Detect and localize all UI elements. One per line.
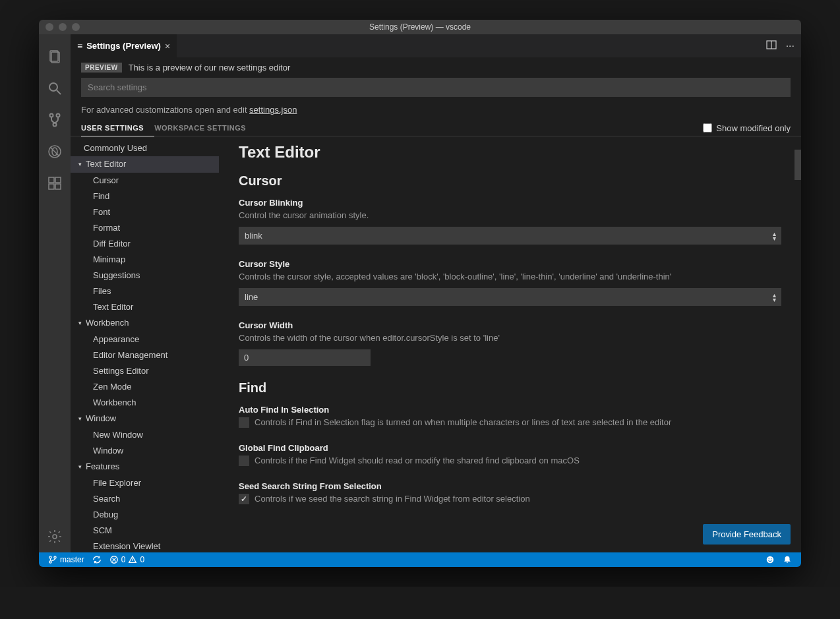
workspace: ≡ Settings (Preview) × ··· PREVIEW This … (39, 34, 801, 552)
cursor-blinking-select-wrap: blink ▴▾ (239, 227, 781, 245)
toc-diff-editor[interactable]: Diff Editor (71, 236, 219, 252)
settings-list: Text Editor Cursor Cursor Blinking Contr… (219, 136, 801, 552)
cursor-blinking-select[interactable]: blink (239, 227, 781, 245)
settings-toc: Commonly Used ▾Text Editor Cursor Find F… (71, 136, 219, 552)
close-tab-icon[interactable]: × (165, 41, 170, 51)
explorer-icon[interactable] (39, 41, 71, 73)
svg-rect-10 (49, 177, 54, 183)
setting-desc: Control the cursor animation style. (239, 210, 781, 221)
svg-point-6 (53, 123, 57, 127)
toc-minimap[interactable]: Minimap (71, 252, 219, 268)
setting-cursor-width: Cursor Width Controls the width of the c… (239, 320, 781, 366)
tab-settings[interactable]: ≡ Settings (Preview) × (71, 34, 177, 57)
status-sync[interactable] (88, 555, 105, 564)
heading-find: Find (239, 380, 781, 396)
setting-global-find: Global Find Clipboard Controls if the Fi… (239, 443, 781, 467)
setting-desc: Controls the cursor style, accepted valu… (239, 271, 781, 283)
tab-user-settings[interactable]: USER SETTINGS (81, 120, 154, 136)
heading-text-editor: Text Editor (239, 143, 781, 162)
warning-count: 0 (140, 555, 144, 564)
svg-point-26 (771, 558, 772, 560)
toc-text-editor[interactable]: ▾Text Editor (71, 156, 219, 173)
svg-line-8 (50, 147, 59, 156)
provide-feedback-button[interactable]: Provide Feedback (703, 524, 791, 545)
setting-label: Cursor Style (239, 259, 781, 269)
setting-cursor-style: Cursor Style Controls the cursor style, … (239, 259, 781, 306)
toc-commonly-used[interactable]: Commonly Used (71, 140, 219, 156)
svg-point-25 (768, 558, 769, 560)
toc-search[interactable]: Search (71, 491, 219, 507)
status-branch[interactable]: master (44, 555, 88, 564)
source-control-icon[interactable] (39, 104, 71, 136)
toc-window-2[interactable]: Window (71, 443, 219, 459)
more-actions-icon[interactable]: ··· (786, 40, 795, 52)
status-problems[interactable]: 0 0 (105, 555, 148, 564)
toc-files[interactable]: Files (71, 283, 219, 299)
status-bell-icon[interactable] (779, 555, 796, 564)
setting-seed-search: Seed Search String From Selection Contro… (239, 481, 781, 505)
toc-text-editor-2[interactable]: Text Editor (71, 299, 219, 315)
toc-format[interactable]: Format (71, 220, 219, 236)
svg-point-2 (49, 83, 57, 91)
toc-find[interactable]: Find (71, 189, 219, 204)
toc-suggestions[interactable]: Suggestions (71, 268, 219, 283)
debug-icon[interactable] (39, 136, 71, 167)
svg-line-3 (57, 90, 61, 94)
editor-area: ≡ Settings (Preview) × ··· PREVIEW This … (71, 34, 801, 552)
split-editor-icon[interactable] (766, 40, 777, 53)
setting-desc: Controls the width of the cursor when ed… (239, 332, 781, 344)
branch-name: master (60, 555, 84, 564)
svg-point-4 (50, 114, 53, 117)
toc-features[interactable]: ▾Features (71, 459, 219, 475)
auto-find-checkbox[interactable] (239, 417, 249, 428)
toc-workbench[interactable]: ▾Workbench (71, 315, 219, 332)
cursor-style-select[interactable]: line (239, 288, 781, 306)
toc-zen-mode[interactable]: Zen Mode (71, 379, 219, 395)
cursor-style-select-wrap: line ▴▾ (239, 288, 781, 306)
titlebar: Settings (Preview) — vscode (39, 20, 801, 34)
toc-window[interactable]: ▾Window (71, 411, 219, 427)
toc-debug[interactable]: Debug (71, 507, 219, 523)
close-window-button[interactable] (45, 23, 53, 31)
setting-desc: Controls if Find in Selection flag is tu… (255, 417, 671, 428)
svg-point-24 (767, 556, 774, 564)
setting-desc: Controls if we seed the search string in… (255, 493, 530, 505)
toc-workbench-2[interactable]: Workbench (71, 395, 219, 411)
toc-appearance[interactable]: Appearance (71, 332, 219, 347)
status-bar: master 0 0 (39, 552, 801, 567)
activity-bar (39, 34, 71, 552)
toc-editor-management[interactable]: Editor Management (71, 347, 219, 363)
toc-scm[interactable]: SCM (71, 523, 219, 539)
scrollbar-thumb[interactable] (795, 150, 801, 180)
toc-extension-viewlet[interactable]: Extension Viewlet (71, 539, 219, 552)
settings-gear-icon[interactable] (39, 521, 71, 552)
seed-search-checkbox[interactable] (239, 494, 249, 504)
show-modified-checkbox[interactable] (703, 123, 712, 133)
svg-point-14 (53, 535, 57, 539)
app-window: Settings (Preview) — vscode ≡ Settings (… (39, 20, 801, 567)
cursor-width-input[interactable] (239, 349, 371, 366)
setting-auto-find: Auto Find In Selection Controls if Find … (239, 405, 781, 428)
search-icon[interactable] (39, 73, 71, 104)
settings-tab-icon: ≡ (77, 41, 82, 51)
extensions-icon[interactable] (39, 167, 71, 199)
setting-cursor-blinking: Cursor Blinking Control the cursor anima… (239, 198, 781, 245)
global-find-checkbox[interactable] (239, 456, 249, 466)
scope-bar: USER SETTINGS WORKSPACE SETTINGS Show mo… (71, 120, 801, 136)
settings-json-link[interactable]: settings.json (249, 105, 297, 115)
tab-workspace-settings[interactable]: WORKSPACE SETTINGS (154, 120, 256, 136)
tab-label: Settings (Preview) (86, 41, 161, 51)
toc-file-explorer[interactable]: File Explorer (71, 475, 219, 491)
toc-font[interactable]: Font (71, 204, 219, 220)
toc-new-window[interactable]: New Window (71, 427, 219, 443)
setting-desc: Controls if the Find Widget should read … (255, 455, 580, 467)
search-input[interactable] (81, 78, 791, 97)
setting-label: Global Find Clipboard (239, 443, 781, 453)
settings-content: Commonly Used ▾Text Editor Cursor Find F… (71, 136, 801, 552)
maximize-window-button[interactable] (72, 23, 80, 31)
status-feedback-icon[interactable] (762, 555, 779, 564)
minimize-window-button[interactable] (59, 23, 67, 31)
toc-cursor[interactable]: Cursor (71, 173, 219, 189)
toc-settings-editor[interactable]: Settings Editor (71, 363, 219, 379)
setting-label: Cursor Blinking (239, 198, 781, 208)
